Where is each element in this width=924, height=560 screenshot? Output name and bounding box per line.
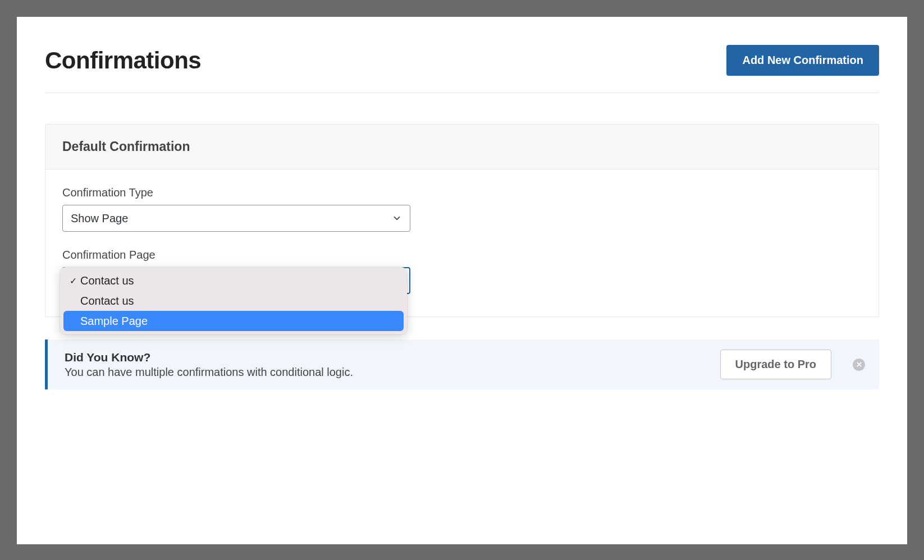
confirmation-type-value: Show Page bbox=[71, 212, 128, 225]
card-body: Confirmation Type Show Page Confirmation… bbox=[45, 169, 879, 316]
dropdown-option-label: Contact us bbox=[80, 274, 134, 287]
app-window: Confirmations Add New Confirmation Defau… bbox=[17, 17, 907, 544]
dropdown-option-contact-us-2[interactable]: Contact us bbox=[63, 291, 404, 311]
confirmation-page-select-wrap: ✓ Contact us Contact us Sample Page bbox=[62, 267, 410, 294]
upgrade-to-pro-button[interactable]: Upgrade to Pro bbox=[720, 350, 831, 379]
did-you-know-banner: Did You Know? You can have multiple conf… bbox=[45, 339, 879, 389]
card-title: Default Confirmation bbox=[45, 125, 879, 169]
dropdown-option-label: Contact us bbox=[80, 295, 134, 307]
confirmation-type-label: Confirmation Type bbox=[62, 186, 862, 199]
confirmation-card: Default Confirmation Confirmation Type S… bbox=[45, 124, 879, 317]
page-header: Confirmations Add New Confirmation bbox=[45, 45, 879, 76]
page-title: Confirmations bbox=[45, 47, 201, 74]
dropdown-option-label: Sample Page bbox=[80, 315, 148, 328]
banner-title: Did You Know? bbox=[65, 351, 709, 364]
close-icon bbox=[856, 361, 862, 368]
header-divider bbox=[45, 93, 879, 93]
checkmark-icon: ✓ bbox=[68, 276, 78, 286]
dismiss-banner-button[interactable] bbox=[853, 359, 865, 371]
confirmation-page-label: Confirmation Page bbox=[62, 249, 862, 261]
banner-desc: You can have multiple confirmations with… bbox=[65, 366, 709, 379]
dropdown-option-contact-us-1[interactable]: ✓ Contact us bbox=[63, 270, 404, 291]
confirmation-type-select[interactable]: Show Page bbox=[62, 205, 410, 232]
add-new-confirmation-button[interactable]: Add New Confirmation bbox=[726, 45, 879, 76]
chevron-down-icon bbox=[392, 213, 402, 223]
dropdown-option-sample-page[interactable]: Sample Page bbox=[63, 311, 404, 331]
banner-text: Did You Know? You can have multiple conf… bbox=[65, 351, 709, 379]
confirmation-page-dropdown: ✓ Contact us Contact us Sample Page bbox=[60, 267, 407, 334]
